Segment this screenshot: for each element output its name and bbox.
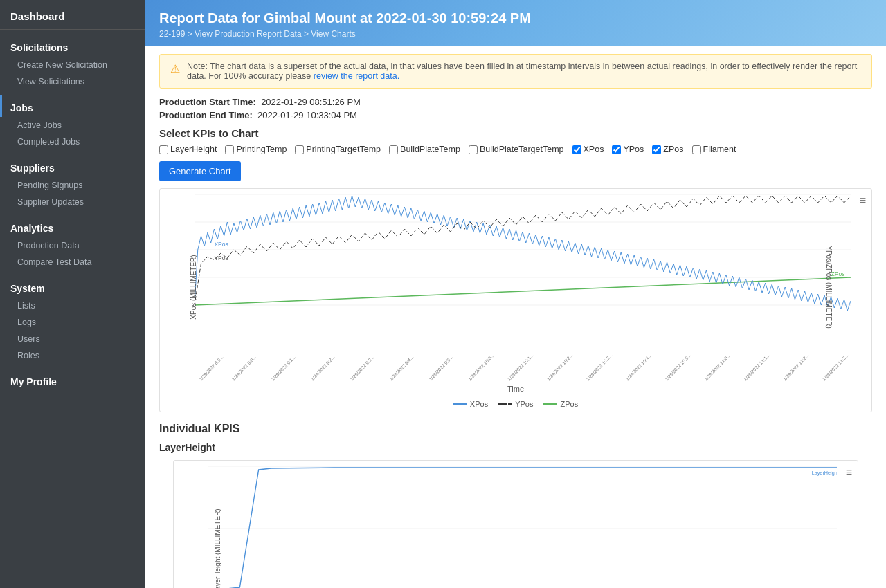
legend-xpos-line: [453, 403, 467, 405]
chart-menu-icon[interactable]: ≡: [860, 194, 866, 207]
sidebar-section-my-profile[interactable]: My Profile: [0, 369, 145, 391]
warning-icon: ⚠: [170, 62, 180, 75]
sidebar-item-roles[interactable]: Roles: [0, 347, 145, 364]
sidebar-item-create-solicitation[interactable]: Create New Solicitation: [0, 57, 145, 73]
svg-text:ZPos: ZPos: [831, 270, 845, 277]
checkbox-ypos[interactable]: [612, 145, 621, 154]
svg-text:1/29/2022 11:3...: 1/29/2022 11:3...: [822, 352, 849, 381]
svg-text:1/29/2022 10:3...: 1/29/2022 10:3...: [586, 352, 613, 381]
layerheight-section: LayerHeight ≡ LayerHeight (MILLIMETER) 0…: [159, 442, 872, 588]
checkbox-buildplatetemp[interactable]: [389, 145, 398, 154]
sidebar-item-compare-test-data[interactable]: Compare Test Data: [0, 254, 145, 270]
sidebar-section-solicitations: Solicitations: [0, 35, 145, 57]
sidebar-section-suppliers: Suppliers: [0, 156, 145, 177]
breadcrumb: 22-199 > View Production Report Data > V…: [159, 29, 872, 39]
sidebar-item-logs[interactable]: Logs: [0, 314, 145, 331]
svg-text:1/29/2022 10:2...: 1/29/2022 10:2...: [546, 352, 574, 381]
legend-ypos: YPos: [498, 400, 533, 408]
alert-warning: ⚠ Note: The chart data is a superset of …: [159, 54, 872, 89]
kpi-checkbox-buildplatetargettemp[interactable]: BuildPlateTargetTemp: [469, 145, 564, 154]
sidebar-item-users[interactable]: Users: [0, 331, 145, 347]
sidebar-item-production-data[interactable]: Production Data: [0, 237, 145, 254]
checkbox-printingtemp[interactable]: [225, 145, 234, 154]
svg-text:1/29/2022 8:5...: 1/29/2022 8:5...: [198, 354, 224, 382]
alert-link[interactable]: review the report data.: [314, 71, 399, 81]
kpi-checkbox-buildplatetemp[interactable]: BuildPlateTemp: [389, 145, 460, 154]
sidebar-dashboard[interactable]: Dashboard: [0, 0, 145, 30]
svg-text:1/29/2022 9:4...: 1/29/2022 9:4...: [388, 354, 414, 382]
checkbox-layerheight[interactable]: [159, 145, 168, 154]
kpi-checkbox-xpos[interactable]: XPos: [572, 145, 604, 154]
svg-text:LayerHeight (MILLIMETE...: LayerHeight (MILLIMETE...: [812, 470, 837, 476]
svg-text:1/29/2022 9:1...: 1/29/2022 9:1...: [271, 354, 296, 382]
combined-chart-legend: XPos YPos ZPos: [160, 396, 871, 412]
svg-text:1/29/2022 10:4...: 1/29/2022 10:4...: [625, 352, 653, 381]
page-header: Report Data for Gimbal Mount at 2022-01-…: [145, 0, 886, 46]
svg-text:YPos: YPos: [214, 255, 228, 261]
layerheight-chart-svg: 0 0.1 0.2 LayerHeight (MILLIMETE...: [208, 466, 837, 588]
kpi-checkbox-printingtargettemp[interactable]: PrintingTargetTemp: [295, 145, 381, 154]
checkbox-zpos[interactable]: [652, 145, 661, 154]
layerheight-chart-wrapper: ≡ LayerHeight (MILLIMETER) 0 0.1 0.2: [173, 460, 858, 588]
kpi-checkbox-ypos[interactable]: YPos: [612, 145, 644, 154]
kpi-checkboxes: LayerHeight PrintingTemp PrintingTargetT…: [159, 145, 872, 154]
combined-chart-svg: 0 50 100 XPos YPos ZPos: [195, 194, 851, 333]
kpi-checkbox-printingtemp[interactable]: PrintingTemp: [225, 145, 287, 154]
legend-zpos: ZPos: [543, 400, 578, 408]
kpi-checkbox-layerheight[interactable]: LayerHeight: [159, 145, 217, 154]
production-info: Production Start Time: 2022-01-29 08:51:…: [145, 97, 886, 120]
legend-zpos-line: [543, 403, 557, 405]
legend-ypos-line: [498, 403, 512, 405]
layerheight-y-label: LayerHeight (MILLIMETER): [214, 508, 222, 588]
kpi-checkbox-zpos[interactable]: ZPos: [652, 145, 683, 154]
generate-chart-button[interactable]: Generate Chart: [159, 161, 241, 181]
svg-text:1/29/2022 10:1...: 1/29/2022 10:1...: [507, 352, 534, 381]
legend-zpos-label: ZPos: [560, 400, 578, 408]
combined-chart-x-axis: 1/29/2022 8:5... 1/29/2022 9:0... 1/29/2…: [195, 336, 851, 385]
combined-chart-y-label: XPos (MILLIMETER): [190, 255, 197, 319]
svg-text:1/29/2022 10:5...: 1/29/2022 10:5...: [664, 352, 691, 381]
svg-text:1/29/2022 11:0...: 1/29/2022 11:0...: [703, 352, 731, 381]
sidebar: Dashboard Solicitations Create New Solic…: [0, 0, 145, 588]
alert-text: Note: The chart data is a superset of th…: [187, 62, 861, 81]
svg-text:1/29/2022 9:0...: 1/29/2022 9:0...: [231, 354, 257, 382]
kpi-checkbox-filament[interactable]: Filament: [692, 145, 736, 154]
sidebar-section-analytics: Analytics: [0, 216, 145, 237]
sidebar-section-jobs: Jobs: [0, 95, 145, 117]
main-content: Report Data for Gimbal Mount at 2022-01-…: [145, 0, 886, 588]
checkbox-filament[interactable]: [692, 145, 701, 154]
individual-kpis-section: Individual KPIS LayerHeight ≡ LayerHeigh…: [145, 423, 886, 588]
svg-text:XPos: XPos: [214, 241, 228, 248]
svg-text:1/29/2022 11:1...: 1/29/2022 11:1...: [743, 352, 770, 381]
svg-text:1/29/2022 9:5...: 1/29/2022 9:5...: [428, 354, 453, 382]
breadcrumb-link-job[interactable]: 22-199: [159, 29, 185, 39]
combined-chart-x-label: Time: [160, 385, 871, 396]
sidebar-item-completed-jobs[interactable]: Completed Jobs: [0, 134, 145, 150]
checkbox-printingtargettemp[interactable]: [295, 145, 304, 154]
svg-text:1/29/2022 10:0...: 1/29/2022 10:0...: [467, 352, 495, 381]
production-start: Production Start Time: 2022-01-29 08:51:…: [159, 97, 872, 107]
layerheight-chart-menu-icon[interactable]: ≡: [846, 466, 852, 479]
svg-text:1/29/2022 9:2...: 1/29/2022 9:2...: [310, 354, 336, 382]
checkbox-xpos[interactable]: [572, 145, 581, 154]
svg-text:1/29/2022 9:3...: 1/29/2022 9:3...: [349, 354, 374, 382]
svg-text:1/29/2022 11:2...: 1/29/2022 11:2...: [782, 352, 810, 381]
production-end: Production End Time: 2022-01-29 10:33:04…: [159, 110, 872, 120]
sidebar-item-supplier-updates[interactable]: Supplier Updates: [0, 194, 145, 210]
checkbox-buildplatetargettemp[interactable]: [469, 145, 478, 154]
layerheight-title: LayerHeight: [159, 442, 872, 453]
sidebar-section-system: System: [0, 276, 145, 297]
kpi-section-title: Select KPIs to Chart: [159, 127, 872, 139]
breadcrumb-current: View Charts: [311, 29, 355, 39]
legend-xpos-label: XPos: [470, 400, 488, 408]
sidebar-item-view-solicitations[interactable]: View Solicitations: [0, 73, 145, 90]
sidebar-item-lists[interactable]: Lists: [0, 297, 145, 314]
sidebar-item-active-jobs[interactable]: Active Jobs: [0, 117, 145, 134]
individual-kpis-title: Individual KPIS: [159, 423, 872, 435]
sidebar-item-pending-signups[interactable]: Pending Signups: [0, 177, 145, 194]
page-title: Report Data for Gimbal Mount at 2022-01-…: [159, 10, 872, 26]
combined-chart-y-label2: YPos/ZPos (MILLIMETER): [825, 246, 833, 328]
legend-xpos: XPos: [453, 400, 488, 408]
breadcrumb-link-report[interactable]: View Production Report Data: [195, 29, 302, 39]
legend-ypos-label: YPos: [515, 400, 533, 408]
